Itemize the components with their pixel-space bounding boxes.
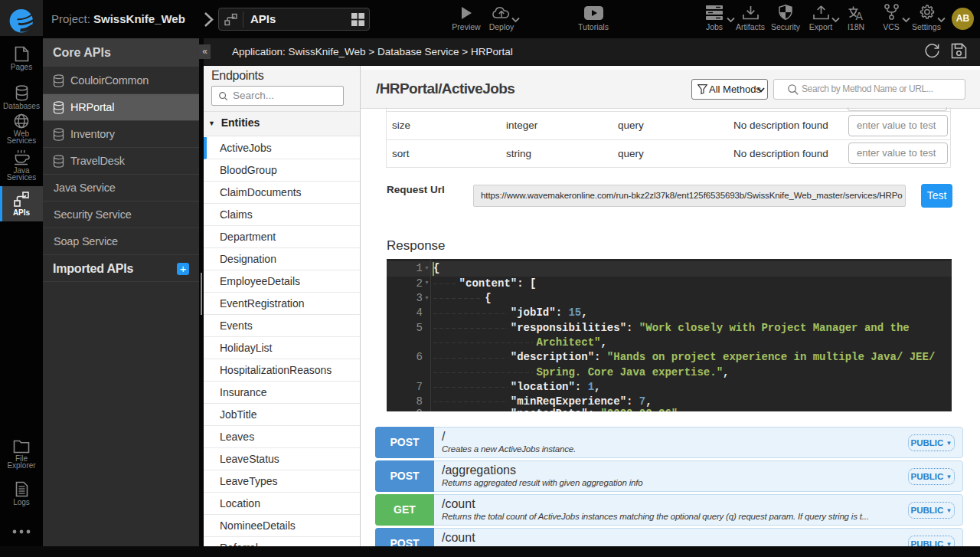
svg-text:A: A xyxy=(856,10,864,20)
